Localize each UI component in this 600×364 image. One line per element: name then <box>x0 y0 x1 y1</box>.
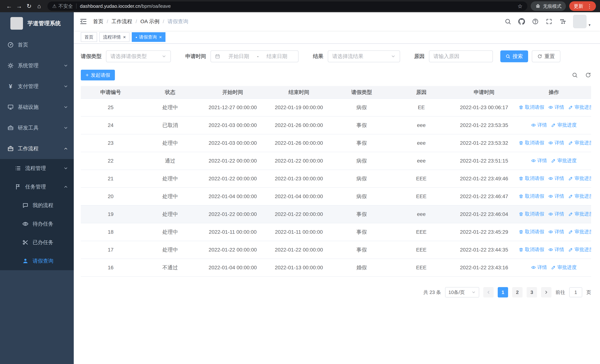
progress-action-link[interactable]: 审批进度 <box>551 264 577 271</box>
sidebar-item-infrastructure[interactable]: 基础设施 <box>0 97 74 118</box>
detail-action-link[interactable]: 详情 <box>531 264 547 271</box>
sidebar-item-devtools[interactable]: 研发工具 <box>0 118 74 138</box>
app-logo[interactable]: 芋道管理系统 <box>0 12 74 35</box>
sidebar-item-process-management[interactable]: 流程管理 <box>0 159 74 177</box>
eye-icon <box>548 247 553 252</box>
cancel-action-link[interactable]: 取消请假 <box>519 193 544 199</box>
sidebar-item-home[interactable]: 首页 <box>0 35 74 55</box>
cancel-action-link[interactable]: 取消请假 <box>519 104 544 111</box>
browser-back-button[interactable]: ← <box>4 1 14 11</box>
sidebar-item-task-management[interactable]: 任务管理 <box>0 177 74 196</box>
browser-menu-icon[interactable]: ⋮ <box>586 3 594 9</box>
detail-action-link[interactable]: 详情 <box>548 193 564 199</box>
browser-forward-button[interactable]: → <box>14 1 24 11</box>
progress-action-link[interactable]: 审批进度 <box>551 122 577 128</box>
progress-action-link[interactable]: 审批进度 <box>568 229 591 235</box>
eye-icon <box>531 265 536 270</box>
address-bar[interactable]: ⚠ 不安全 dashboard.yudao.iocoder.cn/bpm/oa/… <box>47 1 527 11</box>
leave-type-label: 请假类型 <box>81 53 102 60</box>
cancel-action-link[interactable]: 取消请假 <box>519 211 544 217</box>
breadcrumb-home[interactable]: 首页 <box>93 18 103 25</box>
tab-process-detail[interactable]: 流程详情 × <box>99 32 130 42</box>
bookmark-star-icon[interactable]: ☆ <box>517 3 523 9</box>
sidebar-collapse-button[interactable] <box>79 18 87 26</box>
eye-icon <box>531 123 536 128</box>
page-button-1[interactable]: 1 <box>498 287 508 298</box>
close-icon[interactable]: × <box>123 35 126 39</box>
sidebar-item-label: 我的流程 <box>33 202 53 209</box>
detail-action-link[interactable]: 详情 <box>548 104 564 111</box>
progress-action-link[interactable]: 审批进度 <box>568 211 591 217</box>
goto-page-input[interactable] <box>569 287 582 297</box>
range-separator: - <box>256 53 260 59</box>
leave-type-select[interactable]: 请选择请假类型 <box>106 50 171 62</box>
refresh-table-button[interactable] <box>585 72 591 78</box>
create-leave-button[interactable]: + 发起请假 <box>81 70 115 80</box>
browser-reload-button[interactable]: ↻ <box>24 1 34 11</box>
table-tools <box>572 72 591 78</box>
browser-home-button[interactable]: ⌂ <box>34 1 44 11</box>
progress-action-link[interactable]: 审批进度 <box>568 246 591 253</box>
progress-action-link[interactable]: 审批进度 <box>568 140 591 146</box>
prev-page-button[interactable] <box>483 287 494 298</box>
sidebar-item-todo-tasks[interactable]: 待办任务 <box>0 215 74 233</box>
progress-action-link[interactable]: 审批进度 <box>551 157 577 164</box>
user-menu[interactable]: ▼ <box>573 15 591 28</box>
result-select[interactable]: 请选择流结果 <box>328 50 400 62</box>
detail-action-link[interactable]: 详情 <box>531 122 547 128</box>
apply-time-range-picker[interactable]: 开始日期 - 结束日期 <box>210 50 299 62</box>
cancel-action-link[interactable]: 取消请假 <box>519 246 544 253</box>
progress-action-link[interactable]: 审批进度 <box>568 175 591 182</box>
search-toggle-button[interactable] <box>572 72 578 78</box>
cell-reason: eee <box>391 116 451 134</box>
tab-home[interactable]: 首页 <box>81 32 97 42</box>
page-button-3[interactable]: 3 <box>527 287 537 298</box>
cell-start-time: 2022-01-22 00:00:00 <box>200 241 265 259</box>
reason-input[interactable] <box>429 50 493 62</box>
detail-action-link[interactable]: 详情 <box>548 211 564 217</box>
chevron-right-icon <box>544 290 549 295</box>
detail-action-link[interactable]: 详情 <box>548 175 564 182</box>
font-size-button[interactable] <box>559 18 566 25</box>
page-size-select[interactable]: 10条/页 <box>445 287 479 298</box>
detail-action-link[interactable]: 详情 <box>548 246 564 253</box>
tab-leave-query[interactable]: ● 请假查询 × <box>132 32 166 42</box>
cell-reason: eee <box>391 205 451 223</box>
cell-leave-type: 事假 <box>332 116 391 134</box>
sidebar-item-label: 系统管理 <box>18 62 38 69</box>
omnibox-divider <box>76 3 76 9</box>
yen-icon: ¥ <box>7 83 14 90</box>
breadcrumb-workflow[interactable]: 工作流程 <box>112 18 132 25</box>
header-search-button[interactable] <box>505 18 511 25</box>
sidebar-item-leave-query[interactable]: 请假查询 <box>0 252 74 270</box>
reset-button[interactable]: 重置 <box>532 50 560 62</box>
detail-action-link[interactable]: 详情 <box>531 157 547 164</box>
detail-action-link[interactable]: 详情 <box>548 140 564 146</box>
progress-action-link[interactable]: 审批进度 <box>568 193 591 199</box>
breadcrumb-oa-example[interactable]: OA 示例 <box>141 18 159 25</box>
edit-icon <box>568 229 573 234</box>
next-page-button[interactable] <box>541 287 552 298</box>
cell-start-time: 2021-12-27 00:00:00 <box>200 99 265 116</box>
sidebar-item-my-process[interactable]: 我的流程 <box>0 196 74 215</box>
close-icon[interactable]: × <box>159 35 162 39</box>
progress-action-link[interactable]: 审批进度 <box>568 104 591 111</box>
search-button[interactable]: 搜索 <box>500 50 528 62</box>
help-button[interactable] <box>532 18 539 25</box>
browser-chrome: ← → ↻ ⌂ ⚠ 不安全 dashboard.yudao.iocoder.cn… <box>0 0 600 12</box>
sidebar-item-payment[interactable]: ¥ 支付管理 <box>0 76 74 97</box>
sidebar-item-system[interactable]: 系统管理 <box>0 55 74 76</box>
breadcrumb: 首页 / 工作流程 / OA 示例 / 请假查询 <box>93 18 188 25</box>
detail-action-link[interactable]: 详情 <box>548 229 564 235</box>
fullscreen-button[interactable] <box>546 18 552 25</box>
app-title: 芋道管理系统 <box>28 20 61 27</box>
cancel-action-link[interactable]: 取消请假 <box>519 140 544 146</box>
update-button[interactable]: 更新 ⋮ <box>569 1 596 11</box>
cancel-action-link[interactable]: 取消请假 <box>519 175 544 182</box>
github-link[interactable] <box>518 18 525 25</box>
cancel-action-link[interactable]: 取消请假 <box>519 229 544 235</box>
page-button-2[interactable]: 2 <box>512 287 523 298</box>
briefcase-icon <box>7 146 14 152</box>
sidebar-item-done-tasks[interactable]: 已办任务 <box>0 233 74 252</box>
sidebar-item-workflow[interactable]: 工作流程 <box>0 138 74 159</box>
